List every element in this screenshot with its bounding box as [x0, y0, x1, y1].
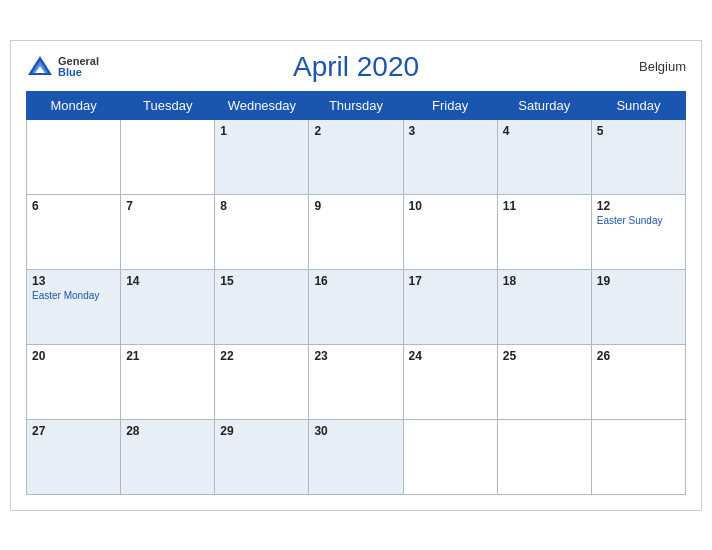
calendar-container: General Blue April 2020 Belgium Monday T… [10, 40, 702, 511]
day-number: 1 [220, 124, 303, 138]
day-number: 5 [597, 124, 680, 138]
header-saturday: Saturday [497, 91, 591, 119]
calendar-cell: 10 [403, 194, 497, 269]
calendar-header: General Blue April 2020 Belgium [26, 51, 686, 83]
day-number: 29 [220, 424, 303, 438]
header-tuesday: Tuesday [121, 91, 215, 119]
calendar-cell [27, 119, 121, 194]
weekday-header-row: Monday Tuesday Wednesday Thursday Friday… [27, 91, 686, 119]
day-number: 3 [409, 124, 492, 138]
calendar-cell: 12Easter Sunday [591, 194, 685, 269]
calendar-cell: 11 [497, 194, 591, 269]
day-number: 10 [409, 199, 492, 213]
calendar-cell: 18 [497, 269, 591, 344]
calendar-cell: 8 [215, 194, 309, 269]
logo-text: General Blue [58, 56, 99, 78]
logo-blue-text: Blue [58, 67, 99, 78]
week-row-1: 12345 [27, 119, 686, 194]
day-event: Easter Monday [32, 290, 115, 301]
calendar-cell: 14 [121, 269, 215, 344]
calendar-cell: 21 [121, 344, 215, 419]
day-number: 24 [409, 349, 492, 363]
week-row-4: 20212223242526 [27, 344, 686, 419]
calendar-cell: 28 [121, 419, 215, 494]
day-number: 17 [409, 274, 492, 288]
calendar-cell: 29 [215, 419, 309, 494]
calendar-title: April 2020 [293, 51, 419, 83]
calendar-cell: 16 [309, 269, 403, 344]
day-number: 21 [126, 349, 209, 363]
day-number: 25 [503, 349, 586, 363]
day-number: 19 [597, 274, 680, 288]
calendar-cell: 6 [27, 194, 121, 269]
day-number: 12 [597, 199, 680, 213]
calendar-cell: 2 [309, 119, 403, 194]
calendar-cell: 22 [215, 344, 309, 419]
logo-general-text: General [58, 56, 99, 67]
day-number: 11 [503, 199, 586, 213]
calendar-cell: 3 [403, 119, 497, 194]
calendar-cell: 4 [497, 119, 591, 194]
day-number: 4 [503, 124, 586, 138]
calendar-cell: 15 [215, 269, 309, 344]
header-sunday: Sunday [591, 91, 685, 119]
calendar-cell [121, 119, 215, 194]
day-number: 22 [220, 349, 303, 363]
day-number: 20 [32, 349, 115, 363]
day-number: 13 [32, 274, 115, 288]
day-number: 27 [32, 424, 115, 438]
calendar-cell: 13Easter Monday [27, 269, 121, 344]
calendar-cell: 25 [497, 344, 591, 419]
header-monday: Monday [27, 91, 121, 119]
day-number: 26 [597, 349, 680, 363]
calendar-cell [497, 419, 591, 494]
calendar-cell: 23 [309, 344, 403, 419]
calendar-cell: 7 [121, 194, 215, 269]
day-number: 23 [314, 349, 397, 363]
calendar-cell [403, 419, 497, 494]
day-number: 7 [126, 199, 209, 213]
day-number: 6 [32, 199, 115, 213]
header-thursday: Thursday [309, 91, 403, 119]
day-number: 2 [314, 124, 397, 138]
week-row-3: 13Easter Monday141516171819 [27, 269, 686, 344]
calendar-cell [591, 419, 685, 494]
day-number: 28 [126, 424, 209, 438]
day-number: 16 [314, 274, 397, 288]
calendar-table: Monday Tuesday Wednesday Thursday Friday… [26, 91, 686, 495]
day-number: 9 [314, 199, 397, 213]
calendar-cell: 5 [591, 119, 685, 194]
calendar-cell: 17 [403, 269, 497, 344]
calendar-cell: 24 [403, 344, 497, 419]
logo: General Blue [26, 53, 99, 81]
calendar-cell: 1 [215, 119, 309, 194]
calendar-cell: 26 [591, 344, 685, 419]
calendar-cell: 27 [27, 419, 121, 494]
day-number: 30 [314, 424, 397, 438]
header-friday: Friday [403, 91, 497, 119]
week-row-5: 27282930 [27, 419, 686, 494]
day-event: Easter Sunday [597, 215, 680, 226]
day-number: 18 [503, 274, 586, 288]
week-row-2: 6789101112Easter Sunday [27, 194, 686, 269]
day-number: 8 [220, 199, 303, 213]
logo-icon [26, 53, 54, 81]
calendar-cell: 20 [27, 344, 121, 419]
calendar-cell: 30 [309, 419, 403, 494]
calendar-cell: 19 [591, 269, 685, 344]
day-number: 15 [220, 274, 303, 288]
country-label: Belgium [639, 59, 686, 74]
calendar-cell: 9 [309, 194, 403, 269]
header-wednesday: Wednesday [215, 91, 309, 119]
day-number: 14 [126, 274, 209, 288]
